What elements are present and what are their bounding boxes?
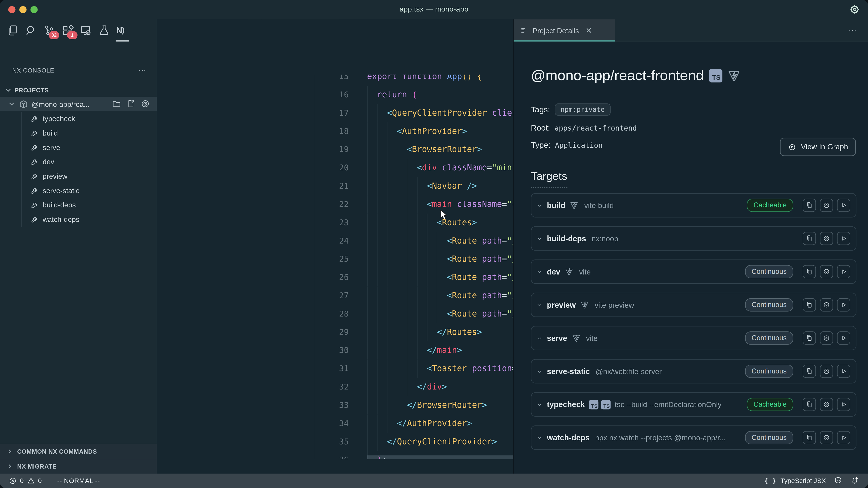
copy-button[interactable] xyxy=(803,431,816,445)
editor-pane[interactable]: 15export function App() {16return (17<Qu… xyxy=(157,20,513,474)
sidebar-target-serve-static[interactable]: serve-static xyxy=(0,183,157,198)
chevron-down-icon[interactable] xyxy=(536,235,542,241)
copy-button[interactable] xyxy=(803,199,816,212)
sidebar-target-build[interactable]: build xyxy=(0,126,157,140)
copilot-icon[interactable] xyxy=(834,476,842,486)
view-button[interactable] xyxy=(820,365,833,378)
nx-console-icon[interactable]: N⟩ xyxy=(116,24,128,37)
view-button[interactable] xyxy=(820,265,833,278)
chevron-down-icon[interactable] xyxy=(536,435,542,441)
copy-button[interactable] xyxy=(803,232,816,245)
line-number: 17 xyxy=(314,104,349,122)
notifications-bell-icon[interactable] xyxy=(850,476,859,486)
run-button[interactable] xyxy=(837,265,850,278)
chevron-down-icon[interactable] xyxy=(536,302,542,308)
sidebar-target-typecheck[interactable]: typecheck xyxy=(0,111,157,126)
problems-status[interactable]: 0 0 -- NORMAL -- xyxy=(0,477,100,485)
run-icon xyxy=(840,201,847,209)
source-control-icon[interactable]: 32 xyxy=(43,24,55,37)
error-count: 0 xyxy=(20,477,24,485)
run-icon xyxy=(840,234,847,242)
target-card-watch-deps[interactable]: watch-depsnpx nx watch --projects @mono-… xyxy=(531,425,857,450)
view-button[interactable] xyxy=(820,398,833,411)
sidebar-target-build-deps[interactable]: build-deps xyxy=(0,197,157,212)
target-card-typecheck[interactable]: typecheckTSTStsc --build --emitDeclarati… xyxy=(531,392,857,417)
chevron-down-icon[interactable] xyxy=(536,269,542,275)
panel-more-actions[interactable]: ⋯ xyxy=(848,26,857,35)
target-label: serve-static xyxy=(43,186,80,195)
open-config-icon[interactable] xyxy=(126,99,135,110)
copy-button[interactable] xyxy=(803,265,816,278)
line-number: 25 xyxy=(314,250,349,268)
copy-button[interactable] xyxy=(803,365,816,378)
target-card-build-deps[interactable]: build-depsnx:noop xyxy=(531,226,857,251)
line-number: 23 xyxy=(314,214,349,232)
target-label: preview xyxy=(43,172,68,180)
line-number: 15 xyxy=(314,75,349,86)
target-icon[interactable] xyxy=(141,99,150,110)
testing-beaker-icon[interactable] xyxy=(98,24,110,37)
chevron-down-icon[interactable] xyxy=(536,202,542,208)
chevron-down-icon[interactable] xyxy=(536,335,542,341)
run-button[interactable] xyxy=(837,398,850,411)
copy-icon xyxy=(805,400,813,408)
copy-icon xyxy=(805,434,813,442)
target-card-serve[interactable]: serve viteContinuous xyxy=(531,326,857,350)
run-button[interactable] xyxy=(837,365,850,378)
search-icon[interactable] xyxy=(25,24,37,37)
target-card-serve-static[interactable]: serve-static@nx/web:file-serverContinuou… xyxy=(531,359,857,383)
settings-gear-icon[interactable] xyxy=(849,4,860,15)
run-button[interactable] xyxy=(837,232,850,245)
view-button[interactable] xyxy=(820,331,833,345)
chevron-down-icon[interactable] xyxy=(536,368,542,375)
view-button[interactable] xyxy=(820,298,833,312)
wrench-icon xyxy=(31,158,39,166)
chevron-down-icon[interactable] xyxy=(536,401,542,408)
project-row[interactable]: @mono-app/rea... xyxy=(0,97,157,111)
folder-icon[interactable] xyxy=(112,99,121,110)
sidebar-section-nx-migrate[interactable]: NX MIGRATE xyxy=(0,459,157,474)
copy-button[interactable] xyxy=(803,398,816,411)
window-title: app.tsx — mono-app xyxy=(0,5,868,13)
sidebar-target-dev[interactable]: dev xyxy=(0,154,157,169)
copy-icon xyxy=(805,234,813,242)
remote-explorer-icon[interactable] xyxy=(80,24,92,37)
close-panel-tab-icon[interactable]: ✕ xyxy=(586,26,592,35)
line-number: 18 xyxy=(314,122,349,140)
targets-heading: Targets xyxy=(531,170,567,188)
target-name: build-deps xyxy=(547,234,586,243)
wrench-icon xyxy=(31,186,39,195)
view-icon xyxy=(823,268,830,275)
language-mode[interactable]: { } TypeScript JSX xyxy=(764,477,826,485)
vite-icon xyxy=(727,69,741,82)
run-icon xyxy=(840,367,847,375)
sidebar-target-preview[interactable]: preview xyxy=(0,169,157,183)
run-button[interactable] xyxy=(837,199,850,212)
run-button[interactable] xyxy=(837,431,850,445)
sidebar-target-serve[interactable]: serve xyxy=(0,140,157,155)
run-button[interactable] xyxy=(837,298,850,312)
sidebar-more-actions[interactable]: ⋯ xyxy=(138,66,147,74)
line-number: 21 xyxy=(314,177,349,195)
target-card-build[interactable]: build vite buildCacheable xyxy=(531,193,857,218)
view-button[interactable] xyxy=(820,431,833,445)
extensions-icon[interactable]: 1 xyxy=(61,24,74,37)
copy-button[interactable] xyxy=(803,298,816,312)
target-card-preview[interactable]: preview vite previewContinuous xyxy=(531,293,857,317)
copy-button[interactable] xyxy=(803,331,816,345)
tab-project-details[interactable]: Project Details ✕ xyxy=(514,20,615,41)
target-command: vite preview xyxy=(595,301,745,309)
sidebar-section-common-nx-commands[interactable]: COMMON NX COMMANDS xyxy=(0,444,157,459)
view-button[interactable] xyxy=(820,232,833,245)
explorer-icon[interactable] xyxy=(6,24,19,37)
view-button[interactable] xyxy=(820,199,833,212)
run-button[interactable] xyxy=(837,331,850,345)
target-name: watch-deps xyxy=(547,433,590,442)
projects-section-header[interactable]: PROJECTS xyxy=(0,84,157,97)
wrench-icon xyxy=(31,143,39,151)
line-number: 27 xyxy=(314,287,349,305)
sidebar-target-watch-deps[interactable]: watch-deps xyxy=(0,212,157,226)
view-in-graph-button[interactable]: View In Graph xyxy=(780,138,856,156)
line-number: 26 xyxy=(314,268,349,287)
target-card-dev[interactable]: dev viteContinuous xyxy=(531,260,857,284)
